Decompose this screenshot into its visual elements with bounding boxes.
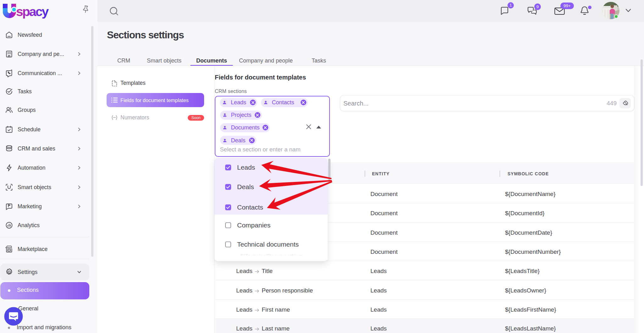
svg-text:spacy: spacy — [16, 4, 49, 19]
